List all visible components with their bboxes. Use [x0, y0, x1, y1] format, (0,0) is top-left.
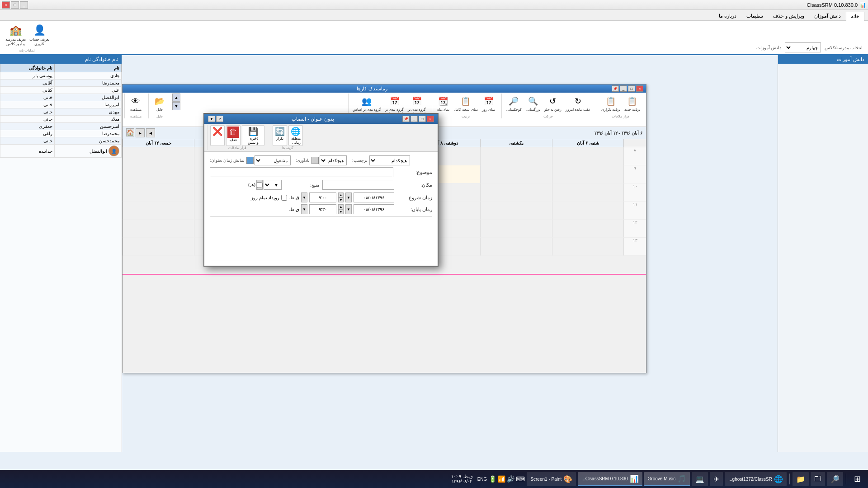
btn-timezone[interactable]: 🌐 منطقهزمانی [288, 125, 303, 146]
start-time-down[interactable]: ▼ [338, 197, 344, 202]
end-date-dropdown[interactable]: ▼ [345, 204, 352, 214]
start-time-up[interactable]: ▲ [338, 192, 344, 197]
btn-delete[interactable]: 🗑 حذف [226, 125, 241, 146]
end-time-up[interactable]: ▲ [338, 204, 344, 209]
show-desktop-btn[interactable] [443, 470, 447, 488]
cal-next-btn[interactable]: ► [136, 128, 145, 137]
btn-define-account[interactable]: 👤 تعریف حسابکاربری [28, 22, 51, 47]
end-time-down[interactable]: ▼ [338, 209, 344, 214]
end-ampm-dropdown[interactable]: ▼ [301, 204, 307, 214]
maximize-btn[interactable]: □ [11, 1, 19, 9]
btn-new-program[interactable]: 📋 برنامه جدید [623, 94, 642, 113]
end-time-input[interactable] [309, 204, 336, 214]
rasandak-close[interactable]: × [636, 85, 643, 92]
taskbar-vs[interactable]: 💻 [692, 472, 708, 486]
rasandak-minimize[interactable]: _ [620, 85, 627, 92]
table-row[interactable]: مهدی خانی [0, 108, 122, 116]
tab-students[interactable]: دانش آموزان [809, 11, 846, 20]
scroll-up[interactable]: ▲ [172, 94, 180, 102]
btn-zoom-out[interactable]: 🔎 کوچکنمایی [505, 94, 523, 113]
tab-settings[interactable]: تنظیمات [741, 11, 768, 20]
notes-textarea[interactable] [210, 216, 432, 261]
table-row[interactable]: محمدرضا زلفی [0, 130, 122, 137]
assign-maximize-btn[interactable]: □ [419, 116, 426, 122]
end-time-row: زمان پایان: ▼ ▲ ▼ ▼ ق.ظ. [210, 204, 432, 214]
allday-checkbox[interactable] [281, 195, 287, 201]
assign-arrow-btn[interactable]: ▼ [208, 116, 215, 122]
calendar-date-range: ۶ آبان ۱۳۹۶ - ۱۲ آبان ۱۳۹۶ [594, 131, 642, 136]
table-row[interactable]: میلاد خانی [0, 116, 122, 123]
subject-input[interactable] [210, 167, 393, 177]
start-time-input[interactable] [309, 192, 336, 202]
filter-school-select[interactable]: چهارم [785, 42, 821, 52]
close-btn[interactable]: × [2, 1, 10, 9]
tray-icon-2: 🔊 [507, 475, 514, 483]
taskbar-paint[interactable]: 🎨 Screen1 - Paint [527, 472, 576, 486]
btn-view-month[interactable]: 📋 نمای شعبه کامل [453, 94, 479, 113]
chrome-icon: 🌐 [774, 475, 783, 483]
tray-icon-3: 📶 [498, 475, 505, 483]
taskbar-telegram[interactable]: ✈ [710, 472, 723, 486]
taskbar-chrome[interactable]: 🌐 ghost1372/ClassSR... [725, 472, 787, 486]
student-table: نام نام خانوادگی هادی یوسفی بلر محمدرضا … [0, 64, 122, 158]
scroll-down[interactable]: ▼ [172, 102, 180, 110]
taskbar-clock[interactable]: ق.ظ. ۱۰:۰۹ ۱۳۹۶/۰۸/۰۴ [448, 474, 476, 484]
day-header-6: شنبه، ۶ آبان [552, 139, 623, 147]
tab-home[interactable]: خانه [846, 12, 864, 21]
assign-close-btn[interactable]: × [427, 116, 434, 122]
btn-view-day[interactable]: 📅 نمای روز [481, 94, 497, 113]
taskbar-groove[interactable]: 🎵 Groove Music [644, 472, 690, 486]
table-row[interactable]: هادی یوسفی بلر [0, 72, 122, 80]
assignment-dialog: × □ _ 📌 بدون عنوان - انتصاب ? ▼ 💾 [203, 113, 439, 267]
rw-group-movement: ↻ عقب مانده امروز ↺ رفتن به جلو 🔍 بزرگنم… [501, 94, 595, 118]
reminder-select[interactable]: هیچکدام [320, 155, 347, 165]
table-row[interactable]: محمدحسن خانی [0, 137, 122, 145]
assign-tb-appointment: 💾 ذخیرهو بستن 🗑 حذف ❌ قرار ملاقات [207, 125, 267, 150]
tab-edit[interactable]: ویرایش و حذف [768, 11, 809, 20]
btn-view[interactable]: 👁 مشاهده [127, 94, 144, 113]
cal-prev-btn[interactable]: ◄ [146, 128, 155, 137]
taskbar-classrm[interactable]: 📊 ClsassSRM 0.10.830... [578, 472, 642, 486]
taskbar-search[interactable]: 🔎 [827, 472, 843, 486]
assign-pin-btn[interactable]: 📌 [402, 116, 410, 122]
source-dropdown[interactable]: ▼ [264, 180, 282, 190]
assign-help-btn[interactable]: ? [216, 116, 223, 122]
btn-file[interactable]: 📂 فایل [151, 94, 168, 113]
btn-back[interactable]: ↻ عقب مانده امروز [564, 94, 592, 113]
tab-about[interactable]: درباره ما [714, 11, 741, 20]
source-label: منبع: [283, 182, 320, 188]
minimize-btn[interactable]: _ [20, 1, 28, 9]
btn-define-school[interactable]: 🏫 تعریف مدرسهو آموز کلاس [4, 22, 27, 47]
taskbar-task-view[interactable]: 🗔 [811, 472, 825, 486]
btn-zoom-in[interactable]: 🔍 بزرگنمایی [524, 94, 542, 113]
rasandak-maximize[interactable]: □ [628, 85, 635, 92]
location-input[interactable] [322, 180, 394, 190]
btn-cancel-red[interactable]: ❌ [210, 125, 225, 146]
table-row[interactable]: امیرحسین جعفری [0, 123, 122, 130]
end-date-input[interactable] [354, 204, 394, 214]
table-row[interactable]: ابوالفضل خانی [0, 94, 122, 101]
start-date-input[interactable] [354, 192, 394, 202]
table-row[interactable]: علی کتابی [0, 87, 122, 94]
btn-save-close[interactable]: 💾 ذخیرهو بستن [242, 125, 264, 146]
btn-forward[interactable]: ↺ رفتن به جلو [543, 94, 563, 113]
assign-tb-options: 🌐 منطقهزمانی 🔄 تکرار گزینه ها [270, 125, 306, 150]
btn-repeat[interactable]: 🔄 تکرار [273, 125, 287, 146]
table-row[interactable]: 👤 ابوالفضل خدابنده [0, 145, 122, 158]
source-checkbox[interactable] [257, 182, 263, 188]
taskbar-explorer[interactable]: 📁 [793, 472, 809, 486]
assign-minimize-btn[interactable]: _ [410, 116, 418, 122]
category-select[interactable]: هیچکدام [369, 155, 410, 165]
sidebar: دانش آموزات [778, 55, 868, 452]
table-row[interactable]: محمدرضا آقایی [0, 80, 122, 87]
start-date-dropdown[interactable]: ▼ [345, 192, 352, 202]
cal-home-btn[interactable]: 🏠 [126, 128, 134, 136]
btn-recurring-program[interactable]: 📋 برنامه تکراری [600, 94, 622, 113]
btn-view-fullmonth[interactable]: 📆 نمای ماه [435, 94, 451, 113]
clock-time: ۱۰:۰۹ [451, 474, 462, 479]
start-button[interactable]: ⊞ [849, 472, 865, 486]
start-ampm-dropdown[interactable]: ▼ [301, 192, 307, 202]
rasandak-pin[interactable]: 📌 [612, 85, 619, 92]
table-row[interactable]: امیررضا خانی [0, 101, 122, 108]
show-as-select[interactable]: مشغول [255, 155, 291, 165]
